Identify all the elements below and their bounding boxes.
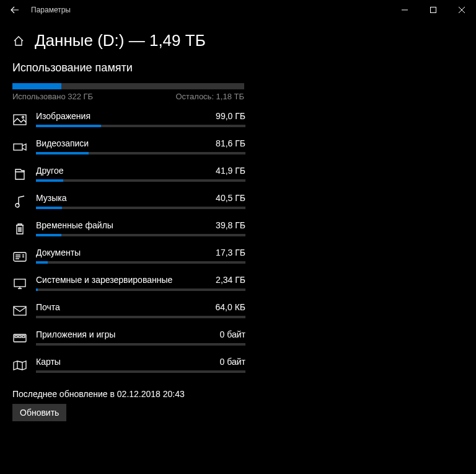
minimize-button[interactable]: [390, 0, 419, 20]
overall-usage-bar: [12, 83, 244, 89]
svg-rect-0: [431, 7, 436, 13]
category-bar-fill: [36, 207, 62, 209]
category-row[interactable]: Документы 17,3 ГБ: [12, 248, 464, 264]
category-bar: [36, 125, 245, 127]
free-label: Осталось: 1,18 ТБ: [176, 92, 245, 101]
category-label: Документы: [36, 248, 81, 257]
category-label: Видеозаписи: [36, 138, 89, 148]
back-button[interactable]: [5, 0, 25, 20]
category-body: Карты 0 байт: [36, 357, 245, 373]
category-label: Изображения: [36, 111, 90, 121]
image-icon: [12, 112, 27, 127]
category-bar: [36, 343, 245, 346]
category-body: Другое 41,9 ГБ: [36, 166, 245, 182]
category-label: Карты: [36, 357, 61, 367]
category-row[interactable]: Приложения и игры 0 байт: [12, 329, 464, 346]
svg-rect-1: [14, 115, 26, 125]
svg-rect-10: [19, 336, 21, 338]
category-size: 41,9 ГБ: [216, 166, 245, 176]
category-bar: [36, 261, 245, 264]
category-size: 39,8 ГБ: [216, 220, 245, 230]
svg-point-2: [22, 117, 24, 118]
category-bar: [36, 288, 245, 291]
last-update-text: Последнее обновление в 02.12.2018 20:43: [12, 389, 464, 399]
category-size: 2,34 ГБ: [216, 275, 245, 285]
category-bar: [36, 179, 245, 182]
refresh-button[interactable]: Обновить: [12, 404, 66, 421]
used-label: Использовано 322 ГБ: [12, 92, 93, 101]
category-body: Почта 64,0 КБ: [36, 302, 245, 318]
category-label: Временные файлы: [36, 220, 113, 230]
category-bar: [36, 152, 245, 154]
category-label: Почта: [36, 302, 60, 312]
category-label: Музыка: [36, 193, 67, 203]
category-bar: [36, 316, 245, 318]
apps-icon: [12, 331, 27, 346]
category-bar-fill: [36, 234, 61, 236]
svg-rect-3: [14, 144, 22, 150]
category-bar-fill: [36, 125, 101, 127]
category-size: 0 байт: [220, 329, 245, 339]
category-row[interactable]: Видеозаписи 81,6 ГБ: [12, 138, 464, 154]
category-label: Другое: [36, 166, 63, 176]
category-body: Системные и зарезервированные 2,34 ГБ: [36, 275, 245, 291]
category-row[interactable]: Музыка 40,5 ГБ: [12, 193, 464, 209]
maximize-icon: [430, 7, 436, 13]
home-icon: [13, 35, 24, 47]
footer: Последнее обновление в 02.12.2018 20:43 …: [0, 384, 476, 434]
titlebar: Параметры: [0, 0, 476, 20]
arrow-left-icon: [11, 6, 19, 14]
category-size: 0 байт: [220, 357, 245, 367]
category-size: 99,0 ГБ: [216, 111, 245, 121]
maps-icon: [12, 358, 27, 373]
system-icon: [12, 276, 27, 291]
music-icon: [12, 194, 27, 209]
svg-rect-7: [14, 306, 26, 315]
close-icon: [459, 7, 465, 13]
category-row[interactable]: Временные файлы 39,8 ГБ: [12, 220, 464, 236]
overall-labels: Использовано 322 ГБ Осталось: 1,18 ТБ: [12, 92, 244, 101]
category-row[interactable]: Другое 41,9 ГБ: [12, 166, 464, 182]
categories-list: Изображения 99,0 ГБ Видеозаписи 81,6 ГБ …: [12, 111, 464, 373]
trash-icon: [12, 221, 27, 236]
category-body: Изображения 99,0 ГБ: [36, 111, 245, 127]
category-bar: [36, 207, 245, 209]
category-size: 40,5 ГБ: [216, 193, 245, 203]
section-title: Использование памяти: [12, 61, 464, 74]
category-body: Приложения и игры 0 байт: [36, 329, 245, 346]
category-body: Временные файлы 39,8 ГБ: [36, 220, 245, 236]
close-button[interactable]: [447, 0, 476, 20]
document-icon: [12, 249, 27, 264]
category-body: Видеозаписи 81,6 ГБ: [36, 138, 245, 154]
svg-rect-9: [15, 336, 17, 338]
svg-point-4: [15, 203, 19, 207]
category-row[interactable]: Изображения 99,0 ГБ: [12, 111, 464, 127]
minimize-icon: [402, 7, 408, 13]
category-size: 64,0 КБ: [216, 302, 245, 312]
svg-rect-11: [22, 336, 25, 338]
home-button[interactable]: [12, 35, 25, 47]
maximize-button[interactable]: [419, 0, 447, 20]
category-bar: [36, 234, 245, 236]
category-bar-fill: [36, 179, 63, 182]
page-header: Данные (D:) — 1,49 ТБ: [0, 20, 476, 61]
category-body: Документы 17,3 ГБ: [36, 248, 245, 264]
overall-usage-fill: [12, 83, 61, 89]
category-bar: [36, 370, 245, 373]
category-body: Музыка 40,5 ГБ: [36, 193, 245, 209]
category-row[interactable]: Системные и зарезервированные 2,34 ГБ: [12, 275, 464, 291]
folder-icon: [12, 167, 27, 182]
category-bar-fill: [36, 261, 48, 264]
window-title: Параметры: [31, 6, 71, 14]
category-label: Приложения и игры: [36, 329, 115, 339]
svg-rect-6: [14, 279, 25, 287]
video-icon: [12, 140, 27, 154]
category-bar-fill: [36, 288, 38, 291]
category-row[interactable]: Карты 0 байт: [12, 357, 464, 373]
category-size: 81,6 ГБ: [216, 138, 245, 148]
category-bar-fill: [36, 152, 89, 154]
category-row[interactable]: Почта 64,0 КБ: [12, 302, 464, 318]
page-title: Данные (D:) — 1,49 ТБ: [35, 31, 206, 50]
mail-icon: [12, 303, 27, 318]
category-label: Системные и зарезервированные: [36, 275, 172, 285]
